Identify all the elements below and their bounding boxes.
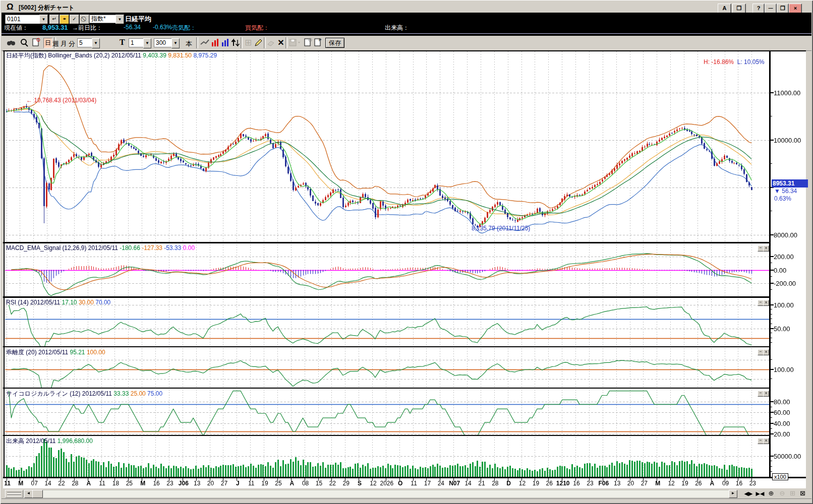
- panel-close-button[interactable]: x: [763, 245, 769, 251]
- x-axis-label: 22: [58, 480, 65, 487]
- price-change: ▼ 56.34: [774, 187, 797, 195]
- scroll-right-button[interactable]: ►: [729, 490, 737, 498]
- price-change-pct: 0.63%: [774, 195, 791, 202]
- scrollbar-track[interactable]: [24, 490, 737, 498]
- x-axis-label: 13: [614, 480, 620, 487]
- kairi-panel-header: 乖離度 (20) 2012/05/11 95.21 100.00: [6, 348, 105, 357]
- x-axis-label: 11: [248, 480, 254, 487]
- y-axis-label: 0.00: [774, 267, 786, 274]
- x-axis-label: 28: [492, 480, 498, 487]
- app-window: Ω [5002] 分析チャート A ❐ ? — ❐ × 0101 ▼ ↵ ⚭ ✓…: [0, 0, 813, 504]
- x-axis-label: 09: [722, 480, 729, 487]
- x-axis-label: 19: [533, 480, 539, 487]
- psych-panel-header: サイコロジカルライン (12) 2012/05/11 33.33 25.00 7…: [6, 390, 162, 398]
- x-axis-label: D: [506, 480, 511, 487]
- x-axis-label: 20: [207, 480, 214, 487]
- x-axis-label: 23: [749, 480, 756, 487]
- high-annotation: ← 10,768.43 (2011/03/04): [26, 97, 96, 104]
- y-axis-label: 60.00: [774, 409, 790, 416]
- y-axis-label: 40.00: [774, 420, 790, 427]
- x-axis-label: 28: [72, 480, 78, 487]
- close-view-icon[interactable]: ⊠: [798, 489, 807, 497]
- x-axis-label: M: [18, 480, 23, 487]
- price-marker: 8953.31: [772, 179, 808, 187]
- x-axis-label: A: [289, 480, 294, 487]
- x-axis-label: 27: [641, 480, 648, 487]
- x-axis-label: M: [140, 480, 145, 487]
- x-axis-label: 25: [126, 480, 133, 487]
- x-axis-label: 11: [99, 480, 105, 487]
- x-axis-label: 23: [587, 480, 593, 487]
- x-axis-label: 16: [153, 480, 159, 487]
- scrollbar-thumb[interactable]: [32, 490, 43, 498]
- x-axis-label: 19: [681, 480, 688, 487]
- x-axis-label: J06: [179, 480, 189, 487]
- volume-panel-header: 出来高 2012/05/11 1,996,680.00: [6, 437, 93, 446]
- x-axis-label: M: [655, 480, 660, 487]
- x-axis-label: 15: [316, 480, 322, 487]
- horizontal-scrollbar: ◄ ► ◀▶ ▶◀ ⊕ ⊖ ⊞ ⊠: [2, 488, 811, 498]
- low-annotation: 8,135.79 (2011/11/25): [472, 225, 530, 232]
- x-axis-label: 20: [627, 480, 634, 487]
- zoom-in-icon[interactable]: ⊕: [767, 489, 776, 497]
- collapse-arrows-icon[interactable]: ▶◀: [755, 489, 765, 497]
- x-axis-label: 2026: [380, 480, 394, 487]
- x-axis-label: 12: [668, 480, 674, 487]
- y-axis-label: 200.00: [774, 253, 794, 261]
- x-axis-label: 19: [261, 480, 268, 487]
- x-axis-label: 12: [519, 480, 526, 487]
- panel-close-button[interactable]: x: [763, 300, 769, 306]
- y-axis-label: -200.00: [774, 280, 796, 287]
- x-axis-label: A: [710, 480, 714, 487]
- y-axis-label: 8000.00: [774, 231, 797, 239]
- high-low-pct: H: -16.86% L: 10.05%: [704, 58, 765, 66]
- x-axis-label: 14: [464, 480, 471, 487]
- rsi-panel-header: RSI (14) 2012/05/11 17.10 30.00 70.00: [6, 299, 110, 306]
- x-axis-label: J: [236, 480, 240, 487]
- x-axis-label: O: [398, 480, 402, 487]
- x-axis-label: 18: [112, 480, 119, 487]
- x-axis-label: 25: [275, 480, 281, 487]
- x-axis-label: 13: [194, 480, 200, 487]
- x-axis-label: S: [358, 480, 362, 487]
- x-axis-label: 23: [166, 480, 173, 487]
- x-axis-label: 17: [424, 480, 431, 487]
- x-axis-label: 11: [411, 480, 417, 487]
- panel-close-button[interactable]: x: [763, 438, 769, 444]
- chart-canvas[interactable]: [0, 0, 813, 504]
- x-axis-label: 1210: [556, 480, 570, 487]
- x-axis-label: 26: [546, 480, 553, 487]
- x-axis-label: 27: [221, 480, 227, 487]
- y-axis-label: 10000.00: [774, 137, 801, 144]
- main-panel-header: 日経平均(指数) Bollinger_Bands (20,2) 2012/05/…: [6, 51, 217, 60]
- x-axis-label: 16: [736, 480, 742, 487]
- x-axis-label: 16: [573, 480, 579, 487]
- window-bottom-edge: [2, 498, 811, 503]
- x-axis-label: 22: [329, 480, 336, 487]
- splitter-grip[interactable]: [5, 490, 23, 498]
- y-axis-label: 50.00: [774, 325, 790, 333]
- y-axis-label: 50000.00: [774, 453, 801, 460]
- volume-multiplier: x100: [772, 473, 788, 480]
- panel-close-button[interactable]: x: [763, 349, 769, 355]
- x-axis-label: 07: [31, 480, 38, 487]
- x-axis-label: 08: [302, 480, 309, 487]
- expand-arrows-icon[interactable]: ◀▶: [743, 489, 754, 497]
- x-axis-label: 29: [343, 480, 350, 487]
- y-axis-label: 80.00: [774, 398, 790, 406]
- grid-view-icon[interactable]: ⊞: [788, 489, 797, 497]
- y-axis-label: 20.00: [774, 430, 790, 438]
- x-axis-label: 11: [4, 480, 11, 487]
- x-axis-label: 21: [478, 480, 485, 487]
- y-axis-label: 100.00: [774, 366, 794, 373]
- x-axis-label: A: [86, 480, 91, 487]
- zoom-out-icon[interactable]: ⊖: [778, 489, 787, 497]
- y-axis-label: 11000.00: [774, 89, 800, 97]
- x-axis-label: N07: [449, 480, 460, 487]
- panel-close-button[interactable]: x: [763, 391, 769, 397]
- y-axis-label: 100.00: [774, 301, 794, 309]
- x-axis-label: 26: [695, 480, 702, 487]
- x-axis-label: 12: [370, 480, 376, 487]
- scroll-left-button[interactable]: ◄: [24, 490, 33, 498]
- x-axis-label: 14: [44, 480, 51, 487]
